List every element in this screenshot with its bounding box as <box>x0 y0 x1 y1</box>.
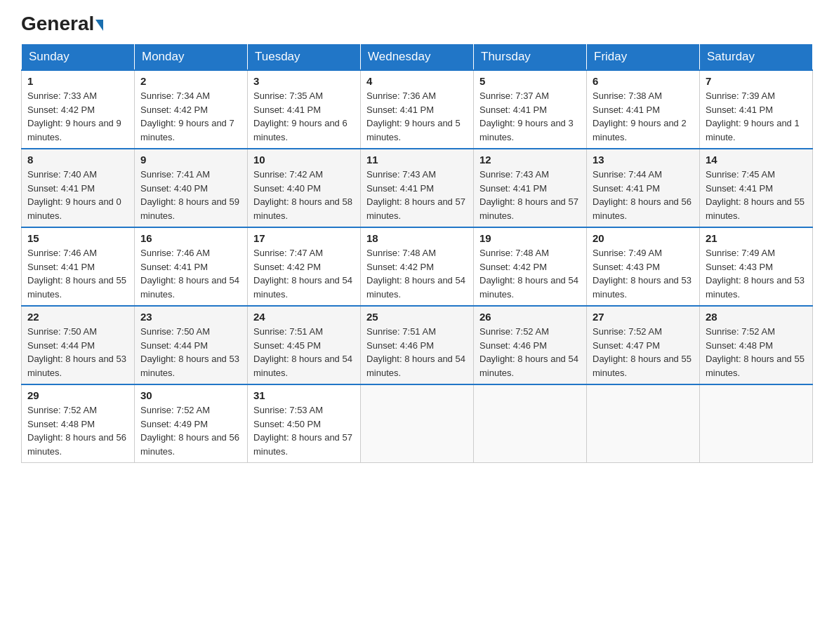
calendar-cell: 1 Sunrise: 7:33 AM Sunset: 4:42 PM Dayli… <box>22 70 135 149</box>
day-info: Sunrise: 7:50 AM Sunset: 4:44 PM Dayligh… <box>140 325 241 380</box>
day-number: 15 <box>27 232 128 244</box>
calendar-cell <box>700 384 813 463</box>
day-info: Sunrise: 7:33 AM Sunset: 4:42 PM Dayligh… <box>27 89 128 144</box>
day-info: Sunrise: 7:52 AM Sunset: 4:46 PM Dayligh… <box>479 325 581 380</box>
day-number: 4 <box>366 75 468 87</box>
day-info: Sunrise: 7:51 AM Sunset: 4:45 PM Dayligh… <box>253 325 355 380</box>
day-info: Sunrise: 7:53 AM Sunset: 4:50 PM Dayligh… <box>253 403 355 458</box>
day-header-sunday: Sunday <box>22 44 135 71</box>
logo: General <box>21 14 103 31</box>
calendar-cell: 26 Sunrise: 7:52 AM Sunset: 4:46 PM Dayl… <box>474 306 587 384</box>
day-info: Sunrise: 7:38 AM Sunset: 4:41 PM Dayligh… <box>593 89 694 144</box>
day-info: Sunrise: 7:42 AM Sunset: 4:40 PM Dayligh… <box>253 168 355 222</box>
day-header-friday: Friday <box>587 44 700 71</box>
calendar-cell: 27 Sunrise: 7:52 AM Sunset: 4:47 PM Dayl… <box>587 306 700 384</box>
calendar-cell: 16 Sunrise: 7:46 AM Sunset: 4:41 PM Dayl… <box>135 227 248 306</box>
day-info: Sunrise: 7:34 AM Sunset: 4:42 PM Dayligh… <box>140 89 241 144</box>
day-number: 23 <box>140 311 241 323</box>
calendar-cell: 21 Sunrise: 7:49 AM Sunset: 4:43 PM Dayl… <box>700 227 813 306</box>
calendar-cell: 2 Sunrise: 7:34 AM Sunset: 4:42 PM Dayli… <box>135 70 248 149</box>
day-number: 3 <box>253 75 355 87</box>
day-number: 9 <box>140 154 241 166</box>
day-number: 31 <box>253 389 355 401</box>
day-number: 27 <box>593 311 694 323</box>
day-number: 29 <box>27 389 128 401</box>
day-number: 26 <box>479 311 581 323</box>
calendar-cell: 15 Sunrise: 7:46 AM Sunset: 4:41 PM Dayl… <box>22 227 135 306</box>
day-number: 21 <box>706 232 807 244</box>
day-info: Sunrise: 7:49 AM Sunset: 4:43 PM Dayligh… <box>593 246 694 301</box>
calendar-cell: 3 Sunrise: 7:35 AM Sunset: 4:41 PM Dayli… <box>248 70 361 149</box>
day-info: Sunrise: 7:47 AM Sunset: 4:42 PM Dayligh… <box>253 246 355 301</box>
calendar-cell: 29 Sunrise: 7:52 AM Sunset: 4:48 PM Dayl… <box>22 384 135 463</box>
calendar-cell: 8 Sunrise: 7:40 AM Sunset: 4:41 PM Dayli… <box>22 149 135 227</box>
day-info: Sunrise: 7:49 AM Sunset: 4:43 PM Dayligh… <box>706 246 807 301</box>
logo-general: General <box>21 13 94 34</box>
day-header-tuesday: Tuesday <box>248 44 361 71</box>
calendar-cell: 22 Sunrise: 7:50 AM Sunset: 4:44 PM Dayl… <box>22 306 135 384</box>
day-number: 30 <box>140 389 241 401</box>
day-number: 7 <box>706 75 807 87</box>
calendar-cell: 14 Sunrise: 7:45 AM Sunset: 4:41 PM Dayl… <box>700 149 813 227</box>
day-info: Sunrise: 7:35 AM Sunset: 4:41 PM Dayligh… <box>253 89 355 144</box>
day-info: Sunrise: 7:36 AM Sunset: 4:41 PM Dayligh… <box>366 89 468 144</box>
calendar-cell: 4 Sunrise: 7:36 AM Sunset: 4:41 PM Dayli… <box>361 70 474 149</box>
day-info: Sunrise: 7:46 AM Sunset: 4:41 PM Dayligh… <box>27 246 128 301</box>
day-info: Sunrise: 7:48 AM Sunset: 4:42 PM Dayligh… <box>366 246 468 301</box>
week-row-3: 15 Sunrise: 7:46 AM Sunset: 4:41 PM Dayl… <box>22 227 813 306</box>
calendar-cell: 11 Sunrise: 7:43 AM Sunset: 4:41 PM Dayl… <box>361 149 474 227</box>
day-header-wednesday: Wednesday <box>361 44 474 71</box>
day-info: Sunrise: 7:39 AM Sunset: 4:41 PM Dayligh… <box>706 89 807 144</box>
day-number: 18 <box>366 232 468 244</box>
day-info: Sunrise: 7:43 AM Sunset: 4:41 PM Dayligh… <box>479 168 581 222</box>
calendar-cell: 20 Sunrise: 7:49 AM Sunset: 4:43 PM Dayl… <box>587 227 700 306</box>
calendar-cell: 30 Sunrise: 7:52 AM Sunset: 4:49 PM Dayl… <box>135 384 248 463</box>
day-number: 1 <box>27 75 128 87</box>
day-number: 11 <box>366 154 468 166</box>
calendar-cell: 13 Sunrise: 7:44 AM Sunset: 4:41 PM Dayl… <box>587 149 700 227</box>
day-info: Sunrise: 7:52 AM Sunset: 4:47 PM Dayligh… <box>593 325 694 380</box>
day-info: Sunrise: 7:44 AM Sunset: 4:41 PM Dayligh… <box>593 168 694 222</box>
week-row-2: 8 Sunrise: 7:40 AM Sunset: 4:41 PM Dayli… <box>22 149 813 227</box>
day-number: 25 <box>366 311 468 323</box>
day-number: 6 <box>593 75 694 87</box>
calendar-cell: 25 Sunrise: 7:51 AM Sunset: 4:46 PM Dayl… <box>361 306 474 384</box>
day-number: 22 <box>27 311 128 323</box>
day-info: Sunrise: 7:45 AM Sunset: 4:41 PM Dayligh… <box>706 168 807 222</box>
day-number: 16 <box>140 232 241 244</box>
day-number: 20 <box>593 232 694 244</box>
day-number: 24 <box>253 311 355 323</box>
day-info: Sunrise: 7:52 AM Sunset: 4:48 PM Dayligh… <box>706 325 807 380</box>
week-row-1: 1 Sunrise: 7:33 AM Sunset: 4:42 PM Dayli… <box>22 70 813 149</box>
page-header: General <box>21 14 813 31</box>
day-info: Sunrise: 7:52 AM Sunset: 4:48 PM Dayligh… <box>27 403 128 458</box>
day-number: 8 <box>27 154 128 166</box>
calendar-cell: 23 Sunrise: 7:50 AM Sunset: 4:44 PM Dayl… <box>135 306 248 384</box>
calendar-cell: 7 Sunrise: 7:39 AM Sunset: 4:41 PM Dayli… <box>700 70 813 149</box>
calendar-cell: 10 Sunrise: 7:42 AM Sunset: 4:40 PM Dayl… <box>248 149 361 227</box>
day-info: Sunrise: 7:41 AM Sunset: 4:40 PM Dayligh… <box>140 168 241 222</box>
calendar-cell: 5 Sunrise: 7:37 AM Sunset: 4:41 PM Dayli… <box>474 70 587 149</box>
day-info: Sunrise: 7:43 AM Sunset: 4:41 PM Dayligh… <box>366 168 468 222</box>
calendar-cell: 17 Sunrise: 7:47 AM Sunset: 4:42 PM Dayl… <box>248 227 361 306</box>
day-number: 10 <box>253 154 355 166</box>
day-header-saturday: Saturday <box>700 44 813 71</box>
calendar-cell: 9 Sunrise: 7:41 AM Sunset: 4:40 PM Dayli… <box>135 149 248 227</box>
day-info: Sunrise: 7:50 AM Sunset: 4:44 PM Dayligh… <box>27 325 128 380</box>
week-row-5: 29 Sunrise: 7:52 AM Sunset: 4:48 PM Dayl… <box>22 384 813 463</box>
day-number: 14 <box>706 154 807 166</box>
logo-text: General <box>21 14 103 34</box>
day-number: 19 <box>479 232 581 244</box>
day-info: Sunrise: 7:37 AM Sunset: 4:41 PM Dayligh… <box>479 89 581 144</box>
day-header-thursday: Thursday <box>474 44 587 71</box>
calendar-cell: 6 Sunrise: 7:38 AM Sunset: 4:41 PM Dayli… <box>587 70 700 149</box>
day-number: 17 <box>253 232 355 244</box>
calendar-cell <box>587 384 700 463</box>
calendar-cell <box>474 384 587 463</box>
day-info: Sunrise: 7:46 AM Sunset: 4:41 PM Dayligh… <box>140 246 241 301</box>
day-info: Sunrise: 7:52 AM Sunset: 4:49 PM Dayligh… <box>140 403 241 458</box>
calendar-cell: 31 Sunrise: 7:53 AM Sunset: 4:50 PM Dayl… <box>248 384 361 463</box>
calendar-cell <box>361 384 474 463</box>
day-info: Sunrise: 7:48 AM Sunset: 4:42 PM Dayligh… <box>479 246 581 301</box>
week-row-4: 22 Sunrise: 7:50 AM Sunset: 4:44 PM Dayl… <box>22 306 813 384</box>
